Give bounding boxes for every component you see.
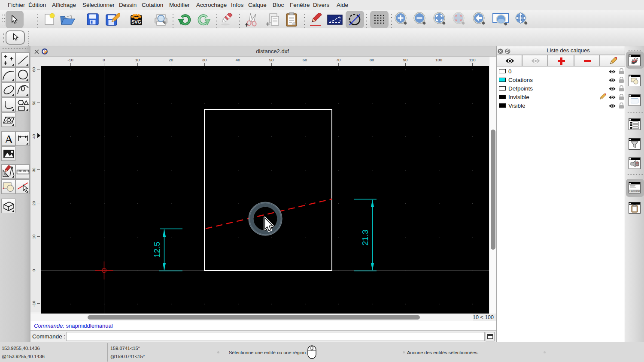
svg-text:60: 60 (31, 67, 36, 72)
svg-text:20: 20 (169, 57, 173, 62)
svg-text:50: 50 (31, 101, 36, 106)
svg-text:60: 60 (303, 57, 307, 62)
svg-text:10: 10 (31, 235, 36, 239)
svg-text:10: 10 (135, 57, 140, 62)
svg-text:12.5: 12.5 (152, 242, 161, 258)
svg-text:80: 80 (370, 57, 374, 62)
svg-text:command: command (631, 190, 639, 192)
svg-text:40: 40 (236, 57, 240, 62)
svg-text:70: 70 (336, 57, 341, 62)
svg-text:30: 30 (202, 57, 207, 62)
svg-text:30: 30 (31, 168, 36, 172)
svg-text:40: 40 (31, 134, 36, 139)
svg-text:90: 90 (403, 57, 408, 62)
svg-text:SVG: SVG (131, 19, 141, 24)
svg-text:0: 0 (103, 57, 105, 62)
svg-text:-10: -10 (67, 57, 73, 62)
svg-text:A: A (4, 133, 13, 146)
svg-text:0: 0 (31, 269, 36, 271)
svg-text:50: 50 (269, 57, 274, 62)
svg-text:21.3: 21.3 (361, 230, 370, 246)
svg-text:110: 110 (469, 57, 475, 62)
svg-text:-10: -10 (31, 301, 36, 307)
svg-text:100: 100 (435, 57, 442, 62)
svg-text:20: 20 (31, 201, 36, 206)
